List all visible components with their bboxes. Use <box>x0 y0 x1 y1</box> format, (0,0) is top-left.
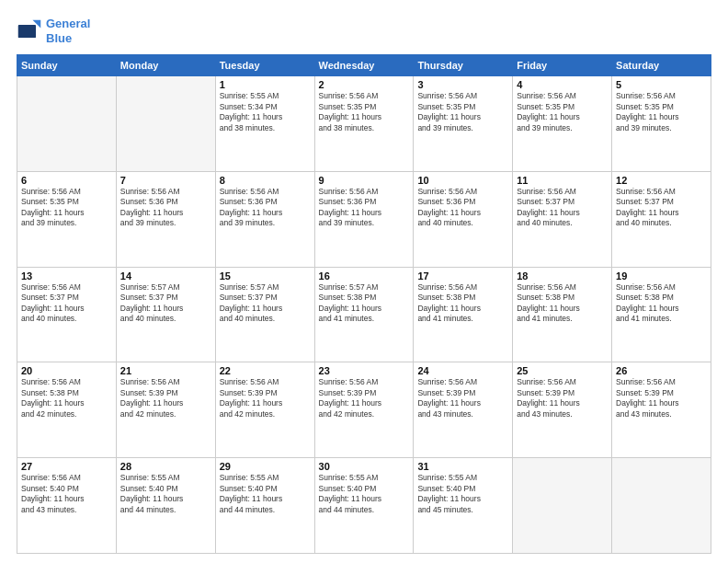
day-info: Sunrise: 5:55 AM Sunset: 5:40 PM Dayligh… <box>220 473 311 515</box>
svg-rect-0 <box>18 25 36 38</box>
day-info: Sunrise: 5:56 AM Sunset: 5:35 PM Dayligh… <box>319 91 410 133</box>
day-number: 6 <box>21 175 112 186</box>
calendar-cell: 28Sunrise: 5:55 AM Sunset: 5:40 PM Dayli… <box>116 458 215 554</box>
day-info: Sunrise: 5:56 AM Sunset: 5:35 PM Dayligh… <box>616 91 707 133</box>
calendar-cell: 22Sunrise: 5:56 AM Sunset: 5:39 PM Dayli… <box>215 362 314 458</box>
week-row-1: 1Sunrise: 5:55 AM Sunset: 5:34 PM Daylig… <box>17 76 711 172</box>
header: General Blue <box>17 17 711 45</box>
day-number: 16 <box>319 270 410 282</box>
calendar-cell: 13Sunrise: 5:56 AM Sunset: 5:37 PM Dayli… <box>17 267 117 362</box>
day-info: Sunrise: 5:56 AM Sunset: 5:40 PM Dayligh… <box>21 473 112 515</box>
calendar-cell: 20Sunrise: 5:56 AM Sunset: 5:38 PM Dayli… <box>17 362 117 458</box>
day-info: Sunrise: 5:57 AM Sunset: 5:38 PM Dayligh… <box>319 282 410 325</box>
logo-icon <box>17 18 42 44</box>
calendar-cell: 23Sunrise: 5:56 AM Sunset: 5:39 PM Dayli… <box>314 362 414 458</box>
day-info: Sunrise: 5:55 AM Sunset: 5:34 PM Dayligh… <box>220 91 311 133</box>
day-number: 12 <box>616 175 707 186</box>
calendar-cell: 31Sunrise: 5:55 AM Sunset: 5:40 PM Dayli… <box>414 458 513 554</box>
day-info: Sunrise: 5:57 AM Sunset: 5:37 PM Dayligh… <box>220 282 311 325</box>
day-info: Sunrise: 5:56 AM Sunset: 5:35 PM Dayligh… <box>517 91 608 133</box>
calendar-cell: 1Sunrise: 5:55 AM Sunset: 5:34 PM Daylig… <box>215 76 314 172</box>
day-number: 23 <box>319 365 410 376</box>
day-info: Sunrise: 5:56 AM Sunset: 5:39 PM Dayligh… <box>417 377 508 419</box>
calendar-cell: 24Sunrise: 5:56 AM Sunset: 5:39 PM Dayli… <box>414 362 513 458</box>
day-number: 22 <box>220 365 311 376</box>
calendar-cell: 11Sunrise: 5:56 AM Sunset: 5:37 PM Dayli… <box>513 171 612 267</box>
day-header-thursday: Thursday <box>414 55 513 76</box>
calendar-cell: 2Sunrise: 5:56 AM Sunset: 5:35 PM Daylig… <box>314 76 414 172</box>
week-row-3: 13Sunrise: 5:56 AM Sunset: 5:37 PM Dayli… <box>17 267 711 362</box>
day-number: 14 <box>120 270 211 282</box>
day-number: 27 <box>21 461 112 472</box>
day-info: Sunrise: 5:55 AM Sunset: 5:40 PM Dayligh… <box>319 473 410 515</box>
day-number: 2 <box>319 79 410 90</box>
day-number: 13 <box>21 270 112 282</box>
day-number: 9 <box>319 175 410 186</box>
calendar-cell <box>612 458 711 554</box>
day-info: Sunrise: 5:56 AM Sunset: 5:36 PM Dayligh… <box>120 187 211 229</box>
day-info: Sunrise: 5:56 AM Sunset: 5:39 PM Dayligh… <box>616 377 707 419</box>
week-row-2: 6Sunrise: 5:56 AM Sunset: 5:35 PM Daylig… <box>17 171 711 267</box>
day-info: Sunrise: 5:55 AM Sunset: 5:40 PM Dayligh… <box>417 473 508 515</box>
calendar-cell <box>17 76 117 172</box>
day-info: Sunrise: 5:56 AM Sunset: 5:36 PM Dayligh… <box>319 187 410 229</box>
week-row-4: 20Sunrise: 5:56 AM Sunset: 5:38 PM Dayli… <box>17 362 711 458</box>
day-info: Sunrise: 5:56 AM Sunset: 5:39 PM Dayligh… <box>220 377 311 419</box>
day-info: Sunrise: 5:56 AM Sunset: 5:37 PM Dayligh… <box>517 187 608 229</box>
day-number: 15 <box>220 270 311 282</box>
day-number: 10 <box>417 175 508 186</box>
week-row-5: 27Sunrise: 5:56 AM Sunset: 5:40 PM Dayli… <box>17 458 711 554</box>
day-info: Sunrise: 5:56 AM Sunset: 5:36 PM Dayligh… <box>417 187 508 229</box>
day-number: 5 <box>616 79 707 90</box>
page: General Blue SundayMondayTuesdayWednesda… <box>0 0 728 563</box>
day-info: Sunrise: 5:56 AM Sunset: 5:35 PM Dayligh… <box>417 91 508 133</box>
day-number: 8 <box>220 175 311 186</box>
calendar-cell: 8Sunrise: 5:56 AM Sunset: 5:36 PM Daylig… <box>215 171 314 267</box>
day-number: 19 <box>616 270 707 282</box>
calendar-cell: 17Sunrise: 5:56 AM Sunset: 5:38 PM Dayli… <box>414 267 513 362</box>
calendar-cell: 26Sunrise: 5:56 AM Sunset: 5:39 PM Dayli… <box>612 362 711 458</box>
day-header-monday: Monday <box>116 55 215 76</box>
day-info: Sunrise: 5:56 AM Sunset: 5:39 PM Dayligh… <box>120 377 211 419</box>
day-number: 30 <box>319 461 410 472</box>
calendar-cell: 12Sunrise: 5:56 AM Sunset: 5:37 PM Dayli… <box>612 171 711 267</box>
calendar-cell <box>513 458 612 554</box>
day-number: 29 <box>220 461 311 472</box>
day-number: 3 <box>417 79 508 90</box>
day-number: 18 <box>517 270 608 282</box>
day-info: Sunrise: 5:56 AM Sunset: 5:38 PM Dayligh… <box>616 282 707 325</box>
day-info: Sunrise: 5:56 AM Sunset: 5:39 PM Dayligh… <box>319 377 410 419</box>
calendar-cell: 30Sunrise: 5:55 AM Sunset: 5:40 PM Dayli… <box>314 458 414 554</box>
logo: General Blue <box>17 17 90 45</box>
day-info: Sunrise: 5:56 AM Sunset: 5:37 PM Dayligh… <box>21 282 112 325</box>
calendar-cell: 15Sunrise: 5:57 AM Sunset: 5:37 PM Dayli… <box>215 267 314 362</box>
calendar-cell: 9Sunrise: 5:56 AM Sunset: 5:36 PM Daylig… <box>314 171 414 267</box>
calendar-cell: 7Sunrise: 5:56 AM Sunset: 5:36 PM Daylig… <box>116 171 215 267</box>
day-header-saturday: Saturday <box>612 55 711 76</box>
day-number: 28 <box>120 461 211 472</box>
day-info: Sunrise: 5:56 AM Sunset: 5:37 PM Dayligh… <box>616 187 707 229</box>
day-number: 4 <box>517 79 608 90</box>
day-number: 21 <box>120 365 211 376</box>
day-info: Sunrise: 5:56 AM Sunset: 5:38 PM Dayligh… <box>417 282 508 325</box>
day-number: 1 <box>220 79 311 90</box>
calendar-table: SundayMondayTuesdayWednesdayThursdayFrid… <box>17 54 711 554</box>
calendar-cell: 25Sunrise: 5:56 AM Sunset: 5:39 PM Dayli… <box>513 362 612 458</box>
calendar-cell: 4Sunrise: 5:56 AM Sunset: 5:35 PM Daylig… <box>513 76 612 172</box>
day-info: Sunrise: 5:56 AM Sunset: 5:35 PM Dayligh… <box>21 187 112 229</box>
calendar-cell: 14Sunrise: 5:57 AM Sunset: 5:37 PM Dayli… <box>116 267 215 362</box>
calendar-cell: 27Sunrise: 5:56 AM Sunset: 5:40 PM Dayli… <box>17 458 117 554</box>
calendar-cell: 16Sunrise: 5:57 AM Sunset: 5:38 PM Dayli… <box>314 267 414 362</box>
day-header-friday: Friday <box>513 55 612 76</box>
calendar-cell: 29Sunrise: 5:55 AM Sunset: 5:40 PM Dayli… <box>215 458 314 554</box>
calendar-cell: 18Sunrise: 5:56 AM Sunset: 5:38 PM Dayli… <box>513 267 612 362</box>
day-number: 25 <box>517 365 608 376</box>
day-number: 26 <box>616 365 707 376</box>
calendar-cell: 3Sunrise: 5:56 AM Sunset: 5:35 PM Daylig… <box>414 76 513 172</box>
day-info: Sunrise: 5:56 AM Sunset: 5:39 PM Dayligh… <box>517 377 608 419</box>
day-number: 17 <box>417 270 508 282</box>
day-info: Sunrise: 5:56 AM Sunset: 5:38 PM Dayligh… <box>21 377 112 419</box>
calendar-cell: 10Sunrise: 5:56 AM Sunset: 5:36 PM Dayli… <box>414 171 513 267</box>
calendar-cell: 21Sunrise: 5:56 AM Sunset: 5:39 PM Dayli… <box>116 362 215 458</box>
day-header-wednesday: Wednesday <box>314 55 414 76</box>
